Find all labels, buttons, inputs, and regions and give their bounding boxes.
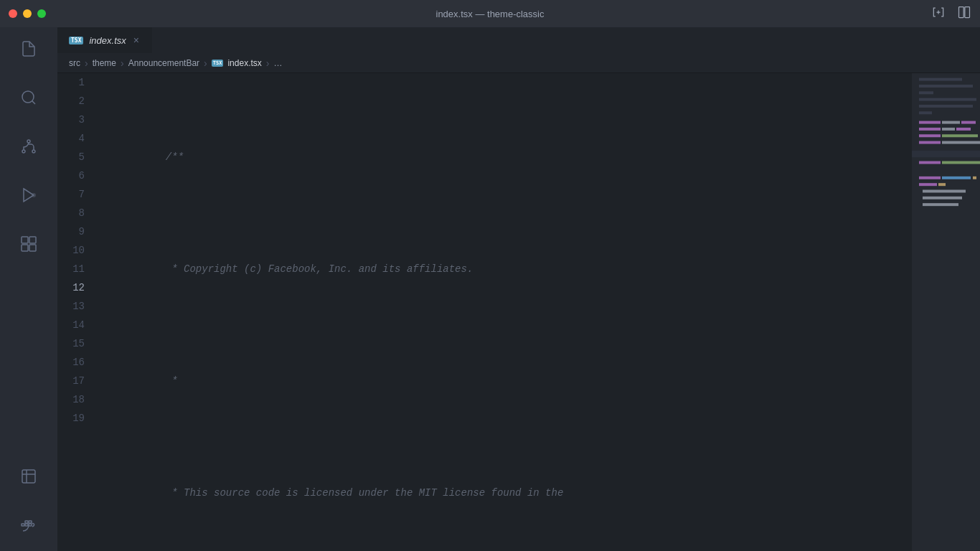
tab-close-button[interactable]: × [132, 34, 141, 47]
breadcrumb-sep-3: › [204, 57, 207, 69]
breadcrumb-index-tsx[interactable]: index.tsx [227, 58, 261, 68]
svg-rect-30 [956, 128, 971, 131]
svg-rect-16 [25, 521, 28, 523]
activity-bar [0, 27, 57, 551]
content-area: TSX index.tsx × src › theme › Announceme… [57, 27, 980, 551]
svg-rect-43 [923, 190, 966, 193]
minimap [912, 73, 980, 551]
svg-rect-32 [942, 134, 978, 137]
svg-rect-28 [919, 128, 941, 131]
svg-point-6 [32, 150, 35, 153]
svg-rect-35 [912, 151, 980, 157]
breadcrumb-tsx-badge: TSX [212, 60, 224, 67]
line-numbers: 1 2 3 4 5 6 7 8 9 10 11 12 13 14 15 16 1 [57, 73, 93, 551]
svg-rect-17 [29, 521, 32, 523]
docker-icon[interactable] [14, 511, 43, 540]
breadcrumb-announcementbar[interactable]: AnnouncementBar [128, 58, 199, 68]
code-line-3: * [93, 353, 912, 409]
debug-icon[interactable] [14, 181, 43, 209]
minimap-svg [912, 73, 980, 551]
svg-rect-11 [22, 245, 28, 251]
search-icon[interactable] [14, 83, 43, 112]
breadcrumb-ellipsis[interactable]: … [273, 58, 282, 68]
svg-rect-18 [912, 73, 980, 551]
svg-rect-9 [22, 237, 28, 243]
code-line-4: * This source code is licensed under the… [93, 465, 912, 521]
breadcrumb: src › theme › AnnouncementBar › TSX inde… [57, 53, 980, 73]
traffic-light-yellow[interactable] [23, 9, 32, 18]
activity-bar-bottom [14, 462, 43, 551]
svg-rect-42 [938, 183, 946, 186]
svg-rect-20 [919, 85, 973, 88]
tab-index-tsx[interactable]: TSX index.tsx × [57, 27, 152, 53]
code-lines[interactable]: /** * Copyright (c) Facebook, Inc. and i… [93, 73, 912, 551]
title-bar-icons [931, 5, 971, 23]
svg-rect-39 [942, 176, 971, 179]
tab-label: index.tsx [89, 35, 126, 46]
svg-rect-29 [942, 128, 955, 131]
svg-point-2 [22, 91, 34, 103]
git-icon[interactable] [14, 132, 43, 161]
code-line-1: /** [93, 129, 912, 185]
extensions-icon[interactable] [14, 230, 43, 258]
svg-rect-36 [919, 161, 941, 164]
svg-rect-34 [942, 141, 980, 144]
svg-rect-37 [942, 161, 980, 164]
breadcrumb-sep-1: › [85, 57, 88, 69]
svg-rect-45 [923, 203, 958, 206]
svg-point-8 [32, 193, 36, 197]
svg-rect-23 [919, 105, 973, 108]
traffic-light-red[interactable] [9, 9, 17, 18]
tabs-bar: TSX index.tsx × [57, 27, 980, 53]
svg-rect-26 [942, 121, 960, 124]
svg-rect-14 [25, 524, 28, 526]
code-area: 1 2 3 4 5 6 7 8 9 10 11 12 13 14 15 16 1 [57, 73, 980, 551]
svg-rect-0 [959, 6, 964, 17]
svg-rect-10 [29, 237, 36, 243]
svg-rect-22 [919, 98, 976, 101]
breadcrumb-src[interactable]: src [69, 58, 80, 68]
svg-rect-13 [22, 524, 24, 526]
svg-rect-38 [919, 176, 941, 179]
window-title: index.tsx — theme-classic [436, 9, 545, 19]
svg-rect-21 [919, 91, 933, 94]
traffic-light-green[interactable] [37, 9, 46, 18]
code-scroll[interactable]: 1 2 3 4 5 6 7 8 9 10 11 12 13 14 15 16 1 [57, 73, 912, 551]
tab-badge: TSX [69, 37, 83, 44]
files-icon[interactable] [14, 34, 43, 63]
diff-icon[interactable] [931, 5, 946, 23]
svg-rect-12 [29, 245, 36, 251]
svg-rect-27 [961, 121, 976, 124]
svg-rect-40 [973, 176, 976, 179]
svg-rect-15 [29, 524, 32, 526]
svg-rect-1 [965, 6, 970, 17]
svg-rect-19 [919, 78, 962, 81]
main-layout: TSX index.tsx × src › theme › Announceme… [0, 27, 980, 551]
traffic-lights [9, 9, 46, 18]
svg-rect-25 [919, 121, 941, 124]
svg-rect-31 [919, 134, 941, 137]
svg-rect-41 [919, 183, 937, 186]
breadcrumb-sep-4: › [266, 57, 270, 69]
split-editor-icon[interactable] [957, 5, 971, 23]
svg-rect-44 [923, 197, 962, 199]
svg-point-5 [22, 150, 25, 153]
svg-rect-33 [919, 141, 941, 144]
title-bar: index.tsx — theme-classic [0, 0, 980, 27]
breadcrumb-sep-2: › [121, 57, 124, 69]
remote-icon[interactable] [14, 462, 43, 491]
breadcrumb-theme[interactable]: theme [93, 58, 116, 68]
code-line-2: * Copyright (c) Facebook, Inc. and its a… [93, 241, 912, 297]
svg-rect-24 [919, 111, 932, 114]
svg-line-3 [32, 101, 35, 104]
